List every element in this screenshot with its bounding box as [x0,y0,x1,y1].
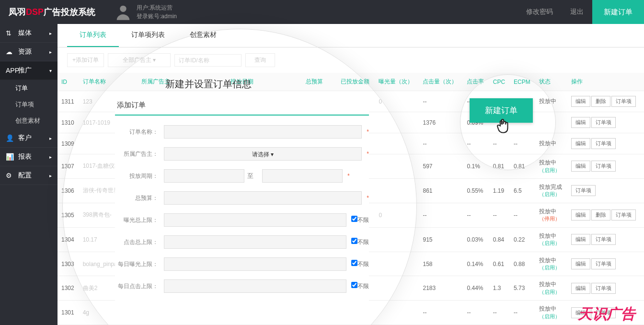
action-编辑[interactable]: 编辑 [571,117,590,128]
order-name-input[interactable] [164,125,362,139]
impression-cap-input[interactable] [164,213,346,227]
cell: -- [419,91,463,112]
action-编辑[interactable]: 编辑 [571,234,590,245]
modal-title: 添加订单 [115,96,369,116]
action-编辑[interactable]: 编辑 [571,161,590,172]
cell: -- [419,203,463,227]
required-mark: * [347,173,350,179]
sidebar-item-报表[interactable]: 📊报表▸ [0,148,58,166]
cell: 915 [419,227,463,252]
sidebar-label: 报表 [18,152,32,161]
sidebar-item-资源[interactable]: ☁资源▸ [0,43,58,61]
cell: 1.3 [489,276,510,301]
action-编辑[interactable]: 编辑 [571,96,590,107]
sidebar-sub-创意素材[interactable]: 创意素材 [0,113,58,129]
required-mark: * [367,128,369,135]
user-icon [114,2,133,22]
user-label: 用户:系统运营 [137,3,177,12]
action-订单项[interactable]: 订单项 [591,258,616,269]
actions-cell: 编辑订单项 [567,252,644,276]
action-订单项[interactable]: 订单项 [571,185,596,196]
daily-click-input[interactable] [164,279,346,293]
chevron-icon: ▸ [49,173,52,178]
brand-watermark: 天识广告 [578,304,635,324]
budget-input[interactable] [164,191,362,205]
click-cap-label: 点击总上限： [115,238,158,246]
impression-cap-unlimited-checkbox[interactable] [351,216,357,222]
chevron-icon: ▸ [49,49,52,55]
action-订单项[interactable]: 订单项 [611,209,636,221]
sidebar-sub-订单项[interactable]: 订单项 [0,96,58,113]
sidebar-sub-订单[interactable]: 订单 [0,80,58,96]
sidebar-icon: 👤 [6,134,14,142]
cell: 861 [419,178,463,203]
action-订单项[interactable]: 订单项 [611,96,636,107]
cell: 6.5 [510,178,535,203]
action-编辑[interactable]: 编辑 [571,209,590,221]
cell: 1311 [58,91,79,112]
cell: 158 [419,252,463,276]
action-编辑[interactable]: 编辑 [571,258,590,269]
action-编辑[interactable]: 编辑 [571,283,590,294]
sidebar-item-配置[interactable]: ⚙配置▸ [0,166,58,185]
new-order-button[interactable]: 新建订单 [592,0,644,24]
status-cell: 投放完成（启用） [535,178,567,203]
sidebar-icon: ⇅ [6,29,14,37]
cell: -- [489,203,510,227]
sidebar-item-媒体[interactable]: ⇅媒体▸ [0,24,58,43]
cell: 5.73 [510,276,535,301]
status-cell: 投放中（停用） [535,203,567,227]
click-cap-unlimited-checkbox[interactable] [351,238,357,244]
cursor-hand-icon [495,117,512,140]
period-label: 投放周期： [115,172,158,180]
sidebar-icon: ⚙ [6,172,14,179]
change-password-link[interactable]: 修改密码 [518,8,562,16]
sidebar-item-客户[interactable]: 👤客户▸ [0,129,58,148]
action-订单项[interactable]: 订单项 [591,234,616,245]
actions-cell: 编辑订单项 [567,133,644,154]
logout-link[interactable]: 退出 [562,8,592,16]
cell: 0.55% [463,178,489,203]
cell: 2183 [419,276,463,301]
cell: -- [510,203,535,227]
action-删除[interactable]: 删除 [591,96,610,107]
chevron-icon: ▸ [49,136,52,141]
order-name-label: 订单名称： [115,128,158,136]
action-删除[interactable]: 删除 [591,209,610,221]
action-订单项[interactable]: 订单项 [591,138,616,149]
tab-orders[interactable]: 订单列表 [67,24,119,47]
cell: 0.14% [463,252,489,276]
cell: 0.44% [463,276,489,301]
click-cap-input[interactable] [164,235,346,249]
column-header[interactable]: 曝光量（次） [375,73,419,91]
cell: -- [419,301,463,325]
user-info: 用户:系统运营 登录账号:admin [114,2,177,22]
daily-impression-input[interactable] [164,257,346,271]
column-header[interactable]: 点击量（次） [419,73,463,91]
cell: 1376 [419,112,463,133]
cell: 1310 [58,112,79,133]
period-end-input[interactable] [262,169,343,183]
column-header[interactable]: ID [58,73,79,91]
add-order-button[interactable]: +添加订单 [67,53,104,67]
daily-click-unlimited-checkbox[interactable] [351,282,357,288]
cell: 0.88 [510,252,535,276]
action-订单项[interactable]: 订单项 [591,117,616,128]
cell: 0.61 [489,252,510,276]
action-编辑[interactable]: 编辑 [571,138,590,149]
sidebar-icon: 📊 [6,153,14,161]
actions-cell: 订单项 [567,178,644,203]
svg-point-0 [120,6,126,12]
daily-impression-unlimited-checkbox[interactable] [351,260,357,266]
action-订单项[interactable]: 订单项 [591,161,616,172]
cell: -- [489,301,510,325]
period-start-input[interactable] [164,169,244,183]
sidebar-item-推广[interactable]: APP推广▾ [0,61,58,80]
action-订单项[interactable]: 订单项 [591,283,616,294]
column-header[interactable]: 操作 [567,73,644,91]
advertiser-select-modal[interactable]: 请选择 ▾ [164,147,362,161]
status-cell: 投放中（启用） [535,252,567,276]
sidebar-label: 客户 [18,134,32,142]
status-cell: 投放中（启用） [535,227,567,252]
logo: 凤羽DSP广告投放系统 [0,6,104,18]
